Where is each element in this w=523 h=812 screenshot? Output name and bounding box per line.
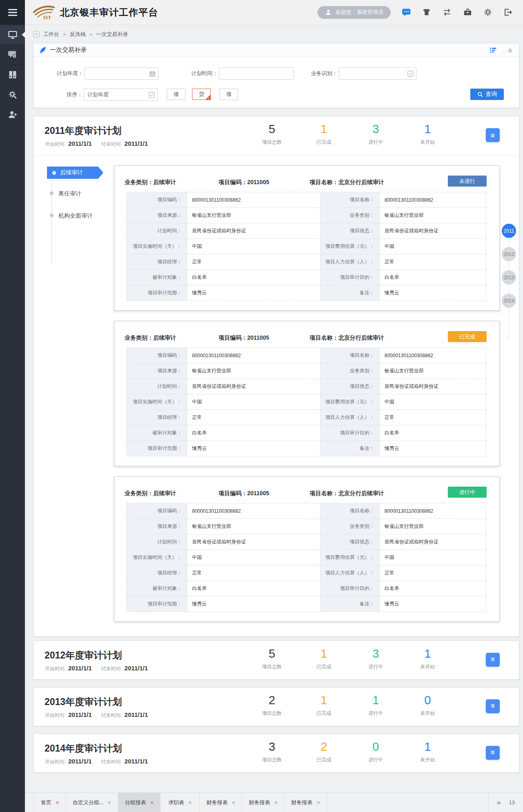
sidebar-item-users[interactable]	[0, 105, 25, 125]
calendar-icon[interactable]	[149, 71, 156, 77]
project-category: 业务类别：后续审计	[125, 490, 176, 497]
credit-button[interactable]: 贷	[192, 89, 211, 100]
plan-stat: 3 进行中	[350, 122, 402, 146]
project-name: 项目名称：北京分行后续审计	[310, 334, 384, 342]
close-icon[interactable]: ×	[317, 799, 320, 805]
gear-wrench-icon	[8, 90, 18, 100]
stat-value: 5	[246, 647, 298, 661]
plan-year-input[interactable]	[85, 68, 158, 79]
sidebar-item-settings[interactable]	[0, 85, 25, 105]
close-icon[interactable]: ×	[232, 799, 235, 805]
timeline-year-2012[interactable]: 2012	[502, 247, 516, 261]
field-value: 居民省份证或临时身份证	[187, 223, 320, 239]
field-label: 项目名称：	[320, 503, 380, 519]
bottom-tab-finance-report-3[interactable]: 财务报表 ×	[285, 793, 327, 812]
apparel-icon[interactable]	[422, 8, 431, 17]
user-welcome-pill[interactable]: 欢迎您：系统管理员	[317, 6, 391, 19]
timeline-year-2013[interactable]: 2013	[502, 270, 516, 285]
breadcrumb-item-aml[interactable]: 反洗钱	[70, 31, 86, 38]
project-card: 业务类别：后续审计 项目编码：2011005 项目名称：北京分行后续审计 未进行…	[114, 165, 500, 311]
collapse-panel-icon[interactable]	[507, 47, 514, 53]
start-time-value: 2011/1/1	[68, 140, 92, 147]
chat-icon[interactable]	[402, 8, 411, 17]
start-time-label: 开始时间	[45, 665, 65, 672]
timeline-year-2011[interactable]: 2011	[502, 224, 516, 238]
table-row: 项目经理： 正常 项目人力估算（人）： 正常	[127, 565, 486, 581]
chevron-down-double-icon	[489, 749, 496, 756]
table-row: 项目编码： 800001301100308862 项目名称： 800001301…	[127, 348, 486, 363]
timeline-year-2014[interactable]: 2014	[502, 294, 516, 308]
close-icon[interactable]: ×	[188, 799, 192, 805]
nav-tab-departure-audit[interactable]: 离任审计	[58, 190, 81, 198]
debit-button-1[interactable]: 借	[167, 89, 186, 100]
stat-value: 5	[246, 122, 298, 136]
field-value: 居民省份证或临时身份证	[380, 379, 486, 394]
project-category: 业务类别：后续审计	[125, 179, 176, 186]
field-label: 计划时间：	[127, 534, 187, 550]
bottom-tab-finance-report-1[interactable]: 财务报表 ×	[200, 793, 242, 812]
field-value: 居民省份证或临时身份证	[380, 534, 486, 550]
debit-button-2[interactable]: 借	[219, 89, 238, 100]
bottom-tab-job-table[interactable]: 求职表 ×	[161, 793, 200, 812]
bottom-tab-finance-report-2[interactable]: 财务报表 ×	[242, 793, 285, 812]
logout-icon[interactable]	[503, 8, 512, 17]
bottom-tab-home[interactable]: 首页 ×	[34, 793, 66, 812]
nav-tab-full-audit[interactable]: 机构全面审计	[58, 212, 93, 220]
field-label: 被审计对象：	[127, 425, 187, 441]
stat-label: 项目总数	[246, 756, 298, 763]
plan-time-input[interactable]	[219, 68, 293, 79]
sidebar-item-workbench[interactable]	[0, 25, 25, 45]
breadcrumb-item-workbench[interactable]: 工作台	[43, 31, 59, 38]
close-icon[interactable]: ×	[150, 799, 154, 805]
field-value: 中国	[380, 550, 486, 565]
business-id-input[interactable]	[339, 68, 416, 79]
collapse-plan-button[interactable]	[486, 128, 500, 142]
table-row: 项目审计范围： 懂秀云 备注： 懂秀云	[127, 441, 486, 456]
search-button[interactable]: 查询	[470, 89, 504, 100]
stat-value: 1	[350, 693, 402, 707]
settings-gear-icon[interactable]	[483, 8, 492, 17]
plan-stat: 0 进行中	[350, 740, 402, 763]
bottom-tab-group-report[interactable]: 分组报表 ×	[118, 793, 161, 812]
tab-overflow-icon[interactable]: »	[497, 799, 501, 807]
field-value: 正常	[187, 254, 320, 270]
field-label: 项目审计目的：	[320, 425, 380, 441]
project-detail-table: 项目编码： 800001301100308862 项目名称： 800001301…	[126, 192, 486, 301]
sidebar-item-archives[interactable]	[0, 65, 25, 85]
plan-stats: 3 项目总数 2 已完成 0 进行中 1 未开始	[246, 740, 454, 763]
monitor-icon	[8, 30, 18, 40]
close-icon[interactable]: ×	[274, 799, 278, 805]
field-value: 正常	[380, 565, 486, 581]
plan-dates: 开始时间 2011/1/1 结束时间 2011/1/1	[45, 140, 154, 148]
bottom-tab-custom-group[interactable]: 自定义分组... ×	[66, 793, 118, 812]
nav-tab-follow-up-audit[interactable]: 后续审计	[47, 167, 103, 179]
sort-select[interactable]: 计划年度	[84, 89, 158, 101]
stat-label: 未开始	[402, 710, 454, 717]
field-value: 懂秀云	[187, 285, 320, 301]
plan-dates: 开始时间 2011/1/1 结束时间 2011/1/1	[45, 665, 154, 672]
plan-stat: 2 项目总数	[246, 693, 298, 717]
field-label: 项目编码：	[127, 348, 187, 363]
hamburger-menu-button[interactable]	[0, 0, 25, 25]
field-label: 项目审计目的：	[320, 270, 380, 285]
transfer-icon[interactable]	[442, 8, 452, 17]
sidebar-item-messages[interactable]	[0, 45, 25, 65]
stat-value: 2	[246, 693, 298, 707]
field-value: 中国	[187, 394, 320, 410]
plan-stat: 1 未开始	[402, 122, 454, 146]
checkbox-icon	[149, 92, 155, 98]
filter-panel: 一次交易补录 计划年度： 计划时间： 业	[33, 43, 519, 108]
filter-panel-title: 一次交易补录	[50, 46, 87, 54]
stat-label: 进行中	[350, 710, 402, 717]
stat-label: 已完成	[298, 139, 350, 146]
checkbox-icon[interactable]	[407, 71, 413, 77]
expand-plan-button[interactable]	[486, 653, 500, 667]
sort-settings-icon[interactable]	[489, 47, 497, 54]
close-icon[interactable]: ×	[56, 799, 59, 805]
briefcase-icon[interactable]	[463, 8, 472, 17]
expand-plan-button[interactable]	[486, 699, 500, 713]
status-badge: 已完成	[448, 331, 487, 342]
expand-plan-button[interactable]	[486, 746, 500, 760]
close-icon[interactable]: ×	[108, 799, 112, 805]
hidden-tab-count: 13	[509, 799, 515, 805]
